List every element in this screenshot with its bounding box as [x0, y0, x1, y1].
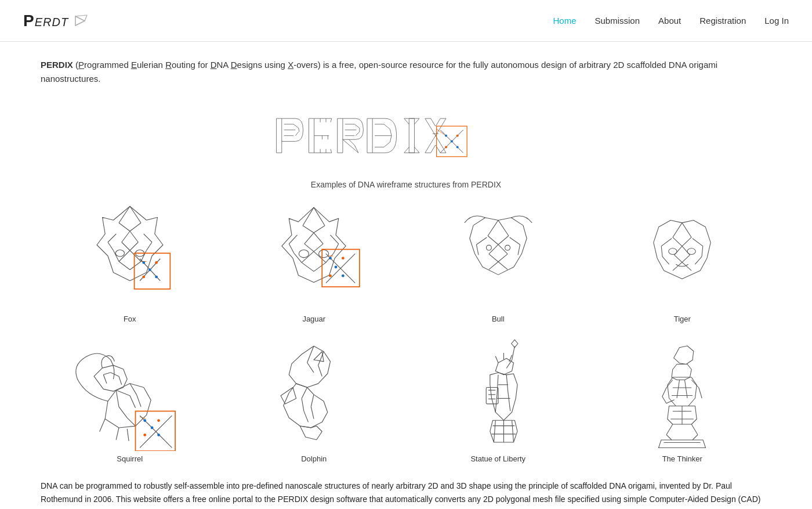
svg-line-195 — [318, 366, 322, 377]
nav-submission[interactable]: Submission — [594, 16, 640, 26]
svg-line-105 — [302, 251, 314, 262]
svg-point-95 — [155, 276, 158, 279]
svg-line-198 — [311, 395, 314, 407]
svg-line-168 — [116, 390, 119, 407]
svg-line-135 — [489, 262, 498, 269]
animal-bull: Bull — [409, 201, 588, 323]
liberty-svg — [449, 335, 548, 451]
svg-line-77 — [119, 262, 130, 270]
svg-line-200 — [304, 411, 309, 422]
animal-thinker: The Thinker — [593, 335, 772, 463]
svg-line-38 — [384, 142, 390, 147]
svg-line-29 — [349, 139, 354, 145]
tiger-label: Tiger — [674, 315, 691, 323]
svg-line-28 — [356, 132, 360, 136]
svg-marker-203 — [511, 340, 517, 347]
svg-line-106 — [314, 251, 326, 262]
svg-line-78 — [130, 262, 141, 270]
svg-marker-227 — [668, 377, 697, 406]
svg-line-171 — [103, 373, 110, 375]
svg-line-48 — [431, 118, 436, 126]
svg-line-8 — [299, 128, 299, 132]
svg-point-65 — [456, 146, 459, 148]
animal-tiger: Tiger — [593, 201, 772, 323]
examples-label: Examples of DNA wireframe structures fro… — [41, 180, 771, 189]
svg-rect-22 — [338, 118, 343, 153]
svg-line-136 — [498, 262, 507, 269]
svg-rect-3 — [277, 118, 282, 153]
svg-point-141 — [486, 245, 491, 250]
thinker-figure — [593, 335, 772, 451]
svg-line-230 — [662, 396, 666, 403]
svg-point-93 — [148, 268, 151, 271]
svg-line-156 — [693, 239, 703, 246]
svg-line-232 — [691, 380, 699, 388]
svg-point-182 — [143, 419, 146, 422]
svg-line-210 — [495, 393, 497, 412]
svg-line-9 — [295, 132, 298, 136]
svg-line-42 — [404, 118, 409, 124]
svg-rect-31 — [367, 118, 372, 153]
svg-line-44 — [404, 147, 409, 153]
nav-about[interactable]: About — [658, 16, 681, 26]
squirrel-figure — [41, 335, 219, 451]
svg-line-133 — [489, 254, 498, 262]
animal-liberty: Statue of Liberty — [409, 335, 588, 463]
svg-line-110 — [289, 244, 295, 253]
svg-line-49 — [436, 118, 440, 126]
nav-registration[interactable]: Registration — [699, 16, 746, 26]
svg-line-140 — [518, 244, 520, 255]
svg-line-170 — [127, 418, 135, 426]
svg-line-82 — [146, 242, 152, 250]
svg-line-43 — [414, 118, 419, 124]
svg-line-45 — [414, 147, 419, 153]
nav-login[interactable]: Log In — [764, 16, 789, 26]
squirrel-svg — [63, 335, 197, 451]
svg-line-139 — [476, 244, 478, 255]
svg-line-220 — [512, 420, 513, 442]
svg-line-166 — [130, 396, 136, 408]
svg-point-92 — [155, 261, 158, 264]
animal-jaguar: Jaguar — [225, 201, 404, 323]
svg-marker-0 — [75, 16, 85, 26]
svg-line-113 — [294, 253, 302, 262]
svg-point-121 — [329, 257, 332, 259]
svg-point-91 — [142, 261, 145, 264]
svg-line-130 — [498, 236, 509, 244]
svg-line-228 — [666, 380, 673, 388]
bull-figure — [409, 201, 588, 311]
svg-line-134 — [498, 254, 507, 262]
svg-line-70 — [130, 223, 141, 231]
svg-line-127 — [488, 220, 498, 236]
svg-line-151 — [682, 255, 690, 262]
nav-home[interactable]: Home — [553, 16, 576, 26]
svg-line-99 — [303, 226, 314, 233]
svg-marker-246 — [659, 440, 706, 448]
svg-line-67 — [119, 207, 130, 223]
svg-point-185 — [143, 434, 146, 436]
svg-point-186 — [157, 434, 160, 436]
svg-point-160 — [669, 248, 677, 255]
svg-line-68 — [130, 207, 141, 223]
svg-point-62 — [456, 135, 459, 137]
nav-links: Home Submission About Registration Log I… — [553, 16, 789, 26]
svg-line-58 — [437, 129, 446, 136]
svg-line-229 — [662, 388, 666, 396]
logo[interactable]: PERDT — [23, 12, 89, 30]
svg-line-245 — [693, 435, 698, 440]
svg-line-174 — [119, 376, 122, 384]
svg-line-242 — [666, 424, 673, 435]
svg-line-201 — [512, 346, 514, 360]
navigation: PERDT Home Submission About Registration… — [0, 0, 812, 42]
svg-point-184 — [150, 427, 153, 429]
animal-squirrel: Squirrel — [41, 335, 219, 463]
svg-line-173 — [103, 375, 107, 384]
svg-point-94 — [142, 276, 145, 279]
svg-line-54 — [431, 145, 436, 153]
animal-dolphin: Dolphin — [225, 335, 404, 463]
svg-point-64 — [445, 146, 447, 148]
svg-line-218 — [494, 420, 495, 442]
fox-label: Fox — [124, 315, 136, 323]
liberty-figure — [409, 335, 588, 451]
svg-line-112 — [334, 244, 339, 253]
